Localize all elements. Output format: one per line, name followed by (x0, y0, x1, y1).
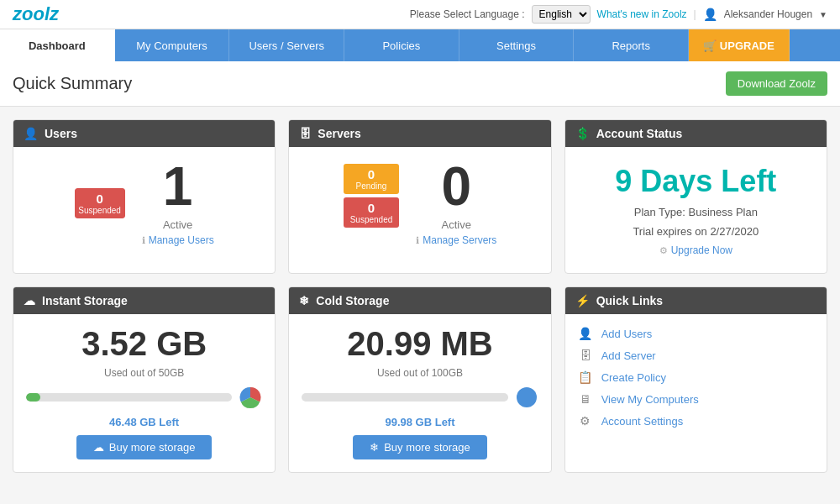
logo: zoolz (13, 3, 59, 25)
nav-upgrade[interactable]: 🛒 UPGRADE (689, 29, 790, 61)
quick-link-add-users[interactable]: 👤 Add Users (578, 327, 814, 340)
user-icon: 👤 (703, 8, 717, 21)
quick-link-create-policy[interactable]: 📋 Create Policy (578, 370, 814, 384)
nav-dashboard[interactable]: Dashboard (0, 29, 115, 61)
top-bar: zoolz Please Select Language : English W… (0, 0, 840, 29)
account-settings-icon: ⚙ (578, 414, 593, 428)
users-card: 👤 Users 0 Suspended 1 Active ℹ Manage Us… (13, 119, 276, 274)
users-suspended-badge: 0 Suspended (75, 188, 125, 218)
instant-buy-storage-button[interactable]: ☁ Buy more storage (76, 435, 213, 459)
instant-storage-header: ☁ Instant Storage (13, 287, 275, 314)
add-server-icon: 🗄 (578, 349, 593, 362)
quick-link-view-computers[interactable]: 🖥 View My Computers (578, 392, 814, 406)
cold-progress-row (302, 386, 538, 409)
whats-new-link[interactable]: What's new in Zoolz (597, 8, 687, 20)
instant-storage-left: 46.48 GB Left (109, 416, 179, 428)
account-status-card: 💲 Account Status 9 Days Left Plan Type: … (564, 119, 827, 274)
servers-center: 0 Active ℹ Manage Servers (416, 160, 496, 246)
servers-active-count: 0 (441, 160, 471, 213)
servers-card-header: 🗄 Servers (289, 120, 550, 147)
cold-storage-header: ❄ Cold Storage (289, 287, 550, 314)
cold-progress-bg (302, 393, 507, 402)
separator: | (694, 8, 696, 20)
users-center: 1 Active ℹ Manage Users (142, 160, 214, 246)
cold-storage-body: 20.99 MB Used out of 100GB 99.98 GB Left… (289, 314, 550, 472)
cold-storage-used: Used out of 100GB (377, 367, 463, 379)
users-card-body: 0 Suspended 1 Active ℹ Manage Users (13, 147, 275, 259)
card-row-2: ☁ Instant Storage 3.52 GB Used out of 50… (13, 286, 827, 473)
view-computers-icon: 🖥 (578, 392, 593, 406)
manage-users-link[interactable]: ℹ Manage Users (142, 234, 214, 246)
trial-expires: Trial expires on 2/27/2020 (633, 225, 759, 238)
cold-storage-amount: 20.99 MB (347, 327, 492, 360)
users-card-header: 👤 Users (13, 120, 275, 147)
user-dropdown-caret[interactable]: ▼ (819, 10, 827, 19)
upgrade-icon: ⚙ (659, 245, 668, 256)
nav-my-computers[interactable]: My Computers (115, 29, 230, 61)
users-active-label: Active (163, 218, 192, 231)
cloud-icon: ☁ (24, 294, 35, 307)
instant-pie-chart (239, 386, 262, 409)
instant-progress-fill (26, 393, 40, 402)
page-title: Quick Summary (13, 74, 132, 93)
account-card-body: 9 Days Left Plan Type: Business Plan Tri… (565, 147, 827, 273)
instant-progress-row (26, 386, 262, 409)
days-left: 9 Days Left (615, 164, 776, 199)
cold-icon: ❄ (299, 294, 309, 307)
main-content: 👤 Users 0 Suspended 1 Active ℹ Manage Us… (0, 107, 840, 486)
language-select[interactable]: English (532, 5, 591, 24)
plan-type: Plan Type: Business Plan (634, 206, 758, 218)
quick-links-icon: ⚡ (575, 294, 590, 307)
quick-links-card: ⚡ Quick Links 👤 Add Users 🗄 Add Server 📋… (564, 286, 827, 473)
info-icon-servers: ℹ (416, 235, 419, 246)
language-label: Please Select Language : (410, 8, 525, 20)
manage-servers-link[interactable]: ℹ Manage Servers (416, 234, 496, 246)
account-card-header: 💲 Account Status (565, 120, 827, 147)
servers-badge-stack: 0 Pending 0 Suspended (344, 164, 400, 228)
download-button[interactable]: Download Zoolz (726, 71, 827, 96)
servers-active-label: Active (442, 218, 471, 231)
navigation: Dashboard My Computers Users / Servers P… (0, 29, 840, 61)
create-policy-icon: 📋 (578, 370, 593, 384)
servers-suspended-badge: 0 Suspended (344, 197, 400, 228)
users-icon: 👤 (24, 127, 38, 140)
cold-storage-left: 99.98 GB Left (385, 416, 454, 428)
cloud-btn-icon: ☁ (93, 441, 104, 454)
instant-progress-bg (26, 393, 232, 402)
quick-link-account-settings[interactable]: ⚙ Account Settings (578, 414, 814, 428)
quick-links-header: ⚡ Quick Links (565, 287, 827, 314)
language-section: Please Select Language : English What's … (410, 5, 827, 24)
nav-policies[interactable]: Policies (344, 29, 459, 61)
instant-storage-used: Used out of 50GB (104, 367, 184, 379)
add-users-icon: 👤 (578, 327, 593, 340)
nav-reports[interactable]: Reports (574, 29, 689, 61)
nav-spacer (790, 29, 840, 61)
quick-links-body: 👤 Add Users 🗄 Add Server 📋 Create Policy… (565, 314, 827, 440)
upgrade-now-link[interactable]: ⚙ Upgrade Now (659, 244, 732, 256)
cold-pie-chart (515, 386, 538, 409)
instant-storage-body: 3.52 GB Used out of 50GB 46.48 GB Left (13, 314, 275, 472)
servers-card-body: 0 Pending 0 Suspended 0 Active ℹ Manage … (289, 147, 550, 259)
cold-btn-icon: ❄ (370, 441, 379, 454)
cold-storage-card: ❄ Cold Storage 20.99 MB Used out of 100G… (288, 286, 551, 473)
user-name[interactable]: Aleksander Hougen (724, 8, 812, 20)
info-icon: ℹ (142, 235, 145, 246)
page-header: Quick Summary Download Zoolz (0, 61, 840, 107)
quick-link-add-server[interactable]: 🗄 Add Server (578, 349, 814, 362)
users-active-count: 1 (163, 160, 193, 213)
cold-buy-storage-button[interactable]: ❄ Buy more storage (353, 435, 487, 459)
instant-storage-card: ☁ Instant Storage 3.52 GB Used out of 50… (13, 286, 276, 473)
servers-card: 🗄 Servers 0 Pending 0 Suspended 0 Acti (288, 119, 551, 274)
servers-pending-badge: 0 Pending (344, 164, 400, 194)
instant-storage-amount: 3.52 GB (81, 327, 207, 360)
nav-settings[interactable]: Settings (459, 29, 575, 61)
nav-users-servers[interactable]: Users / Servers (229, 29, 344, 61)
card-row-1: 👤 Users 0 Suspended 1 Active ℹ Manage Us… (13, 119, 827, 274)
account-icon: 💲 (575, 127, 590, 140)
servers-icon: 🗄 (299, 127, 311, 140)
